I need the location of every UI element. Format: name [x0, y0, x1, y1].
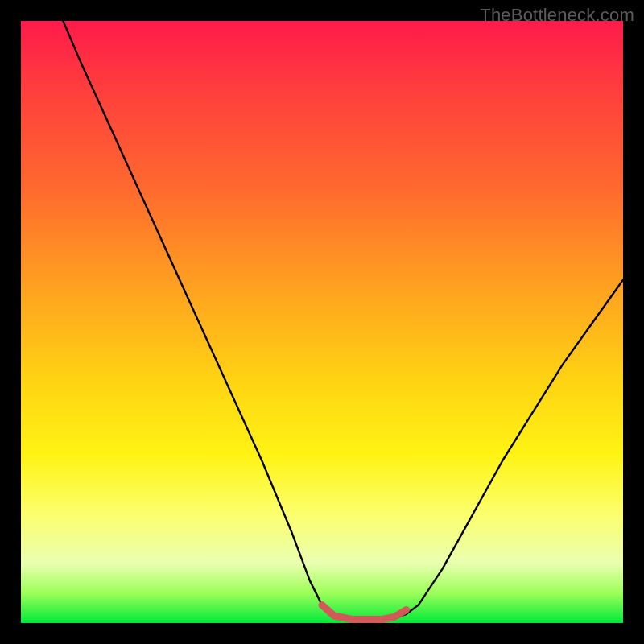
chart-frame: TheBottleneck.com — [0, 0, 644, 644]
plot-area — [21, 21, 623, 623]
curve-layer — [21, 21, 623, 623]
watermark-text: TheBottleneck.com — [480, 5, 634, 26]
main-curve — [63, 21, 623, 620]
accent-tip — [322, 605, 407, 620]
